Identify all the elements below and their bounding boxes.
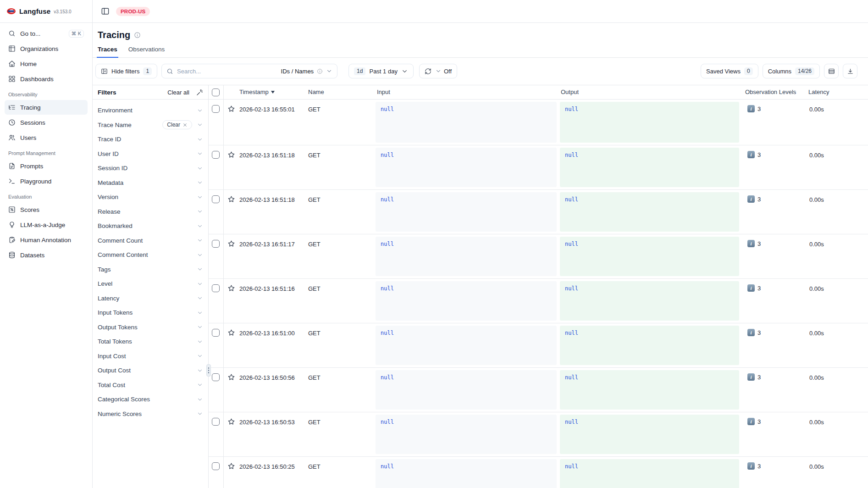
table-row[interactable]: 2026-02-13 16:51:17GETnullnulli30.00s: [209, 234, 868, 279]
input-cell[interactable]: null: [376, 192, 557, 232]
row-checkbox[interactable]: [212, 418, 220, 426]
table-row[interactable]: 2026-02-13 16:50:25GETnullnulli30.00s: [209, 457, 868, 488]
output-cell[interactable]: null: [560, 415, 739, 454]
sidebar-item-tracing[interactable]: Tracing: [5, 100, 88, 115]
sidebar-item-sessions[interactable]: Sessions: [5, 115, 88, 130]
input-cell[interactable]: null: [376, 281, 557, 321]
filter-item-total-tokens[interactable]: Total Tokens: [93, 334, 208, 349]
panel-resize-handle[interactable]: [206, 364, 211, 377]
row-checkbox[interactable]: [212, 151, 220, 159]
sidebar-item-home[interactable]: Home: [5, 56, 88, 71]
bookmark-star-icon[interactable]: [227, 418, 235, 426]
filter-item-output-tokens[interactable]: Output Tokens: [93, 320, 208, 335]
input-cell[interactable]: null: [376, 415, 557, 454]
input-cell[interactable]: null: [376, 459, 557, 488]
input-cell[interactable]: null: [376, 326, 557, 365]
table-row[interactable]: 2026-02-13 16:50:56GETnullnulli30.00s: [209, 368, 868, 412]
bookmark-star-icon[interactable]: [227, 462, 235, 470]
filter-item-user-id[interactable]: User ID: [93, 147, 208, 161]
filter-item-categorical-scores[interactable]: Categorical Scores: [93, 392, 208, 407]
column-header-observation-levels[interactable]: Observation Levels: [745, 89, 796, 95]
output-cell[interactable]: null: [560, 192, 739, 232]
filter-item-output-cost[interactable]: Output Cost: [93, 363, 208, 378]
input-cell[interactable]: null: [376, 237, 557, 276]
filter-item-metadata[interactable]: Metadata: [93, 176, 208, 190]
table-row[interactable]: 2026-02-13 16:51:18GETnullnulli30.00s: [209, 145, 868, 190]
filter-item-total-cost[interactable]: Total Cost: [93, 378, 208, 393]
row-checkbox[interactable]: [212, 373, 220, 381]
row-checkbox[interactable]: [212, 329, 220, 337]
bookmark-star-icon[interactable]: [227, 105, 235, 113]
sidebar-item-organizations[interactable]: Organizations: [5, 41, 88, 56]
output-cell[interactable]: null: [560, 326, 739, 365]
output-cell[interactable]: null: [560, 281, 739, 321]
sidebar-item-users[interactable]: Users: [5, 130, 88, 145]
table-row[interactable]: 2026-02-13 16:55:01GETnullnulli30.00s: [209, 100, 868, 145]
filter-item-comment-content[interactable]: Comment Content: [93, 248, 208, 262]
filter-item-session-id[interactable]: Session ID: [93, 161, 208, 176]
row-checkbox[interactable]: [212, 195, 220, 203]
bookmark-star-icon[interactable]: [227, 151, 235, 159]
output-cell[interactable]: null: [560, 370, 739, 410]
row-checkbox[interactable]: [212, 105, 220, 113]
select-all-checkbox[interactable]: [212, 89, 220, 96]
output-cell[interactable]: null: [560, 148, 739, 187]
row-checkbox[interactable]: [212, 240, 220, 248]
bookmark-star-icon[interactable]: [227, 284, 235, 292]
filter-item-input-cost[interactable]: Input Cost: [93, 349, 208, 364]
filter-item-comment-count[interactable]: Comment Count: [93, 233, 208, 248]
columns-button[interactable]: Columns 14/26: [763, 64, 820, 78]
output-cell[interactable]: null: [560, 102, 739, 143]
auto-refresh-select[interactable]: Off: [435, 68, 452, 75]
sidebar-toggle-button[interactable]: [101, 7, 110, 16]
filter-item-latency[interactable]: Latency: [93, 291, 208, 306]
filter-item-environment[interactable]: Environment: [93, 103, 208, 118]
hide-filters-button[interactable]: Hide filters 1: [95, 64, 157, 78]
info-icon[interactable]: [134, 32, 141, 39]
filter-item-numeric-scores[interactable]: Numeric Scores: [93, 407, 208, 421]
column-header-input[interactable]: Input: [377, 89, 390, 95]
tab-observations[interactable]: Observations: [128, 46, 165, 57]
sidebar-item-datasets[interactable]: Datasets: [5, 248, 88, 262]
tab-traces[interactable]: Traces: [98, 46, 117, 57]
row-checkbox[interactable]: [212, 462, 220, 470]
output-cell[interactable]: null: [560, 237, 739, 276]
filter-item-trace-name[interactable]: Trace NameClear: [93, 118, 208, 133]
bookmark-star-icon[interactable]: [227, 329, 235, 337]
filter-item-release[interactable]: Release: [93, 205, 208, 219]
sidebar-item-llm-as-a-judge[interactable]: LLM-as-a-Judge: [5, 217, 88, 232]
filter-item-level[interactable]: Level: [93, 277, 208, 291]
sidebar-item-playground[interactable]: Playground: [5, 174, 88, 189]
sidebar-item-human-annotation[interactable]: Human Annotation: [5, 233, 88, 247]
filter-item-input-tokens[interactable]: Input Tokens: [93, 305, 208, 320]
sidebar-item-goto[interactable]: Go to...⌘ K: [5, 26, 88, 41]
input-cell[interactable]: null: [376, 148, 557, 187]
magic-wand-icon[interactable]: [196, 89, 203, 96]
search-input[interactable]: Search... IDs / Names: [161, 64, 337, 78]
output-cell[interactable]: null: [560, 459, 739, 488]
column-header-output[interactable]: Output: [561, 89, 579, 95]
clear-filter-chip[interactable]: Clear: [162, 120, 192, 129]
filter-item-bookmarked[interactable]: Bookmarked: [93, 219, 208, 233]
bookmark-star-icon[interactable]: [227, 373, 235, 381]
table-row[interactable]: 2026-02-13 16:51:00GETnullnulli30.00s: [209, 323, 868, 368]
sidebar-item-prompts[interactable]: Prompts: [5, 159, 88, 173]
input-cell[interactable]: null: [376, 370, 557, 410]
table-row[interactable]: 2026-02-13 16:51:16GETnullnulli30.00s: [209, 279, 868, 323]
filter-item-tags[interactable]: Tags: [93, 262, 208, 277]
refresh-button[interactable]: [425, 68, 431, 75]
export-button[interactable]: [843, 64, 857, 78]
search-scope-select[interactable]: IDs / Names: [281, 68, 333, 75]
sidebar-item-dashboards[interactable]: Dashboards: [5, 72, 88, 86]
filter-item-trace-id[interactable]: Trace ID: [93, 132, 208, 147]
row-checkbox[interactable]: [212, 284, 220, 292]
row-height-button[interactable]: [824, 64, 839, 78]
column-header-name[interactable]: Name: [308, 89, 324, 95]
table-row[interactable]: 2026-02-13 16:50:53GETnullnulli30.00s: [209, 412, 868, 457]
input-cell[interactable]: null: [376, 102, 557, 143]
column-header-timestamp[interactable]: Timestamp: [239, 89, 275, 95]
clear-all-filters-button[interactable]: Clear all: [167, 89, 189, 96]
sidebar-item-scores[interactable]: Scores: [5, 202, 88, 217]
bookmark-star-icon[interactable]: [227, 240, 235, 248]
saved-views-button[interactable]: Saved Views 0: [701, 64, 758, 78]
